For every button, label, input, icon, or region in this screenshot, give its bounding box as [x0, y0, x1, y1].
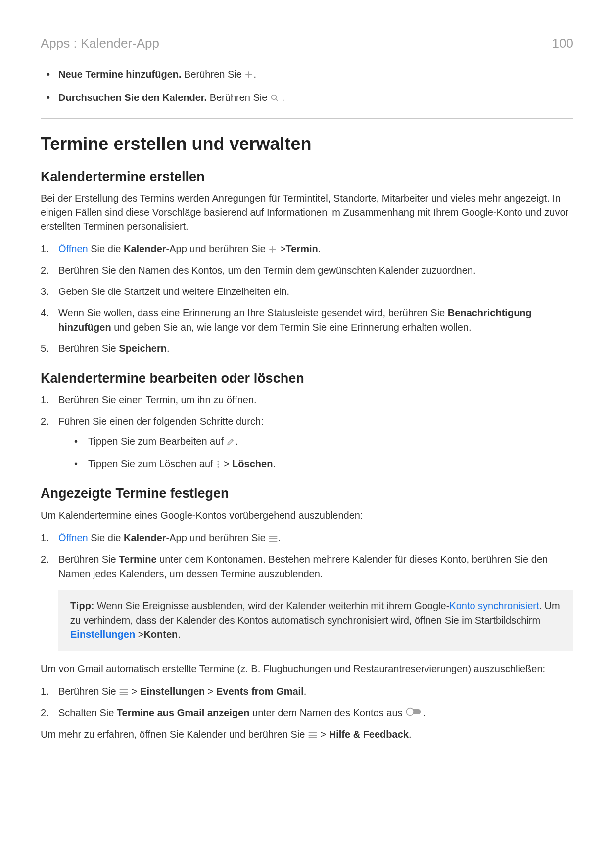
tail: .: [235, 436, 238, 447]
tail: .: [409, 729, 412, 740]
events-label: Termine: [119, 554, 156, 565]
more-vert-icon: [216, 460, 221, 469]
help-feedback-label: Hilfe & Feedback: [329, 729, 409, 740]
section-title-edit-delete: Kalendertermine bearbeiten oder löschen: [41, 371, 573, 386]
bullet-text: Berühren Sie: [182, 69, 245, 80]
bullet-label: Durchsuchen Sie den Kalender.: [58, 92, 207, 103]
step-open-menu: Öffnen Sie die Kalender-App und berühren…: [41, 531, 573, 545]
tail: .: [273, 458, 276, 469]
save-label: Speichern: [119, 343, 167, 354]
pencil-icon: [226, 437, 235, 446]
bullet-label: Neue Termine hinzufügen.: [58, 69, 182, 80]
tip-box: Tipp: Wenn Sie Ereignisse ausblenden, wi…: [58, 590, 573, 651]
tail: .: [423, 707, 426, 718]
t: Berühren Sie: [58, 554, 119, 565]
step-save: Berühren Sie Speichern.: [41, 341, 573, 356]
search-icon: [270, 94, 279, 102]
page: Apps : Kalender-App 100 Neue Termine hin…: [0, 0, 614, 868]
steps-edit-delete: Berühren Sie einen Termin, um ihn zu öff…: [41, 393, 573, 471]
plus-icon: [268, 245, 277, 254]
page-title: Termine erstellen und verwalten: [41, 134, 573, 154]
gt: >: [277, 243, 285, 254]
toggle-off-icon: [405, 706, 423, 721]
para-learn-more: Um mehr zu erfahren, öffnen Sie Kalender…: [41, 727, 573, 741]
settings-link[interactable]: Einstellungen: [70, 629, 135, 640]
gt: >: [129, 686, 140, 697]
t: Sie die: [88, 532, 124, 543]
breadcrumb: Apps : Kalender-App: [41, 36, 159, 51]
para-exclude-gmail: Um von Gmail automatisch erstellte Termi…: [41, 662, 573, 675]
settings-label: Einstellungen: [140, 686, 205, 697]
top-bullet-list: Neue Termine hinzufügen. Berühren Sie . …: [44, 69, 573, 103]
section-title-control-visibility: Angezeigte Termine festlegen: [41, 486, 573, 501]
gt: >: [205, 686, 216, 697]
t: Um mehr zu erfahren, öffnen Sie Kalender…: [41, 729, 308, 740]
bullet-tail: .: [279, 92, 284, 103]
t: Wenn Sie wollen, dass eine Erinnerung an…: [58, 307, 448, 318]
t: Tippen Sie zum Bearbeiten auf: [88, 436, 226, 447]
steps-create: Öffnen Sie die Kalender-App und berühren…: [41, 242, 573, 356]
plus-icon: [244, 70, 253, 79]
section-divider: [41, 118, 573, 119]
t: und geben Sie an, wie lange vor dem Term…: [111, 322, 472, 333]
substep-edit: Tippen Sie zum Bearbeiten auf .: [70, 434, 573, 449]
svg-point-5: [407, 708, 414, 716]
delete-label: Löschen: [232, 458, 273, 469]
section-intro-create: Bei der Erstellung des Termins werden An…: [41, 192, 573, 233]
steps-hide: Öffnen Sie die Kalender-App und berühren…: [41, 531, 573, 581]
para-hide-intro: Um Kalendertermine eines Google-Kontos v…: [41, 508, 573, 522]
step-enter-details: Geben Sie die Startzeit und weitere Einz…: [41, 285, 573, 299]
account-sync-link[interactable]: Konto synchronisiert: [449, 600, 539, 611]
gt: >: [318, 729, 329, 740]
page-header: Apps : Kalender-App 100: [41, 36, 573, 51]
t: Sie die: [88, 243, 124, 254]
step-open-calendar: Öffnen Sie die Kalender-App und berühren…: [41, 242, 573, 256]
tail: .: [304, 686, 307, 697]
t: Führen Sie einen der folgenden Schritte …: [58, 416, 264, 427]
step-choose-account: Berühren Sie den Namen des Kontos, um de…: [41, 263, 573, 278]
step-add-notification: Wenn Sie wollen, dass eine Erinnerung an…: [41, 306, 573, 335]
app-name: Kalender: [124, 243, 166, 254]
steps-exclude-gmail: Berühren Sie > Einstellungen > Events fr…: [41, 684, 573, 721]
substep-delete: Tippen Sie zum Löschen auf > Löschen.: [70, 457, 573, 471]
bullet-text: Berühren Sie: [207, 92, 270, 103]
t: unter dem Namen des Kontos aus: [249, 707, 405, 718]
tail: .: [278, 532, 281, 543]
section-title-create: Kalendertermine erstellen: [41, 169, 573, 185]
svg-point-3: [218, 466, 219, 468]
bullet-add-events: Neue Termine hinzufügen. Berühren Sie .: [44, 69, 573, 80]
bullet-search-calendar: Durchsuchen Sie den Kalender. Berühren S…: [44, 92, 573, 103]
open-link[interactable]: Öffnen: [58, 532, 88, 543]
substeps: Tippen Sie zum Bearbeiten auf . Tippen S…: [70, 434, 573, 471]
hamburger-icon: [119, 688, 129, 696]
show-gmail-events-label: Termine aus Gmail anzeigen: [117, 707, 250, 718]
hamburger-icon: [268, 535, 278, 543]
t: Berühren Sie: [58, 686, 119, 697]
svg-point-2: [218, 464, 219, 465]
hamburger-icon: [308, 731, 318, 739]
t: -App und berühren Sie: [166, 532, 269, 543]
gt: >: [135, 629, 143, 640]
t: Tippen Sie zum Löschen auf: [88, 458, 216, 469]
app-name: Kalender: [124, 532, 166, 543]
step-choose-action: Führen Sie einen der folgenden Schritte …: [41, 414, 573, 471]
menu-item: Termin: [286, 243, 318, 254]
gt: >: [221, 458, 232, 469]
t: Wenn Sie Ereignisse ausblenden, wird der…: [94, 600, 450, 611]
accounts-label: Konten: [143, 629, 178, 640]
t: Berühren Sie: [58, 343, 119, 354]
page-number: 100: [552, 36, 573, 51]
t: Schalten Sie: [58, 707, 117, 718]
tail: .: [178, 629, 181, 640]
step-open-settings-gmail: Berühren Sie > Einstellungen > Events fr…: [41, 684, 573, 699]
bullet-tail: .: [253, 69, 256, 80]
step-touch-events: Berühren Sie Termine unter dem Kontoname…: [41, 552, 573, 581]
tip-label: Tipp:: [70, 600, 94, 611]
open-link[interactable]: Öffnen: [58, 243, 88, 254]
tail: .: [318, 243, 321, 254]
step-toggle-off-gmail: Schalten Sie Termine aus Gmail anzeigen …: [41, 706, 573, 721]
tail: .: [167, 343, 170, 354]
events-from-gmail-label: Events from Gmail: [216, 686, 304, 697]
step-open-event: Berühren Sie einen Termin, um ihn zu öff…: [41, 393, 573, 407]
svg-point-1: [218, 461, 219, 462]
